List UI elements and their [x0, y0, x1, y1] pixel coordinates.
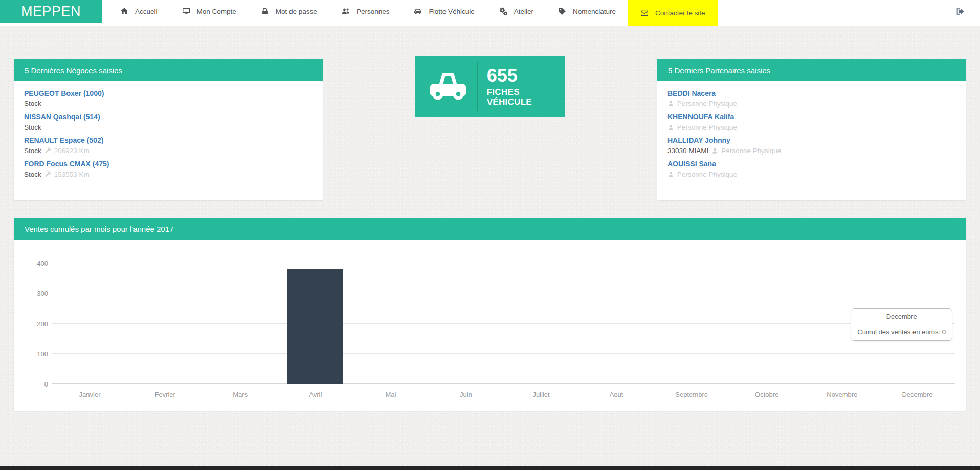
y-axis-tick: 100 — [28, 350, 48, 358]
negoce-link[interactable]: RENAULT Espace (502) — [24, 136, 103, 144]
partenaire-item: AOUISSI Sana Personne Physique — [667, 159, 956, 178]
x-axis-tick: Septembre — [654, 391, 729, 398]
user-icon — [667, 100, 674, 107]
chart-body: 400 300 200 100 0 — [14, 240, 966, 408]
x-axis-tick: Janvier — [52, 391, 127, 398]
negoce-status: Stock — [24, 123, 41, 131]
sign-out-icon[interactable] — [956, 7, 965, 16]
negoce-item: PEUGEOT Boxer (1000) Stock — [24, 89, 313, 108]
x-axis-tick: Mai — [353, 391, 428, 398]
negoce-status: Stock — [24, 170, 41, 178]
negoce-item: RENAULT Espace (502) Stock 206923 Km — [24, 136, 313, 155]
bar-series — [52, 263, 955, 384]
footer-strip — [0, 466, 980, 470]
negoces-panel-title: 5 Dernières Négoces saisies — [14, 59, 323, 81]
nav-item-label: Mot de passe — [276, 8, 317, 15]
chart-plot: 400 300 200 100 0 — [52, 263, 955, 384]
y-axis-tick: 0 — [28, 380, 48, 388]
user-icon — [667, 171, 674, 178]
partenaire-link[interactable]: AOUISSI Sana — [667, 160, 716, 168]
car-icon — [414, 7, 422, 15]
negoce-status: Stock — [24, 100, 41, 108]
partenaire-link[interactable]: BEDDI Nacera — [667, 89, 716, 97]
users-icon — [342, 7, 350, 15]
nav-item-label: Mon Compte — [197, 8, 236, 15]
negoce-item: FORD Focus CMAX (475) Stock 153553 Km — [24, 159, 313, 178]
x-axis-tick: Fevrier — [127, 391, 203, 398]
nav-item-accueil[interactable]: Accueil — [108, 0, 170, 23]
nav-item-label: Nomenclature — [573, 8, 616, 15]
nav-item-label: Flotte Véhicule — [429, 8, 474, 15]
partenaires-panel: 5 Derniers Partenaires saisies BEDDI Nac… — [657, 59, 966, 200]
partenaire-type: Personne Physique — [677, 123, 737, 131]
partenaire-item: KHENNOUFA Kalifa Personne Physique — [667, 112, 956, 131]
wrench-icon — [44, 171, 51, 178]
negoce-status: Stock — [24, 147, 41, 155]
vehicle-count-text: 655 FICHES VÉHICULE — [478, 66, 565, 108]
partenaire-type: Personne Physique — [721, 147, 781, 155]
nav-item-personnes[interactable]: Personnes — [329, 0, 402, 23]
envelope-icon — [640, 9, 649, 17]
vehicle-count-label: FICHES VÉHICULE — [487, 87, 565, 108]
chart-panel-title: Ventes cumulés par mois pour l'année 201… — [14, 218, 966, 240]
gears-icon — [499, 7, 507, 15]
x-axis-labels: Janvier Fevrier Mars Avril Mai Juin Juil… — [52, 391, 955, 398]
nav-item-label: Personnes — [357, 8, 390, 15]
nav-item-atelier[interactable]: Atelier — [487, 0, 546, 23]
negoce-item: NISSAN Qashqai (514) Stock — [24, 112, 313, 131]
x-axis-tick: Decembre — [880, 391, 955, 398]
desktop-icon — [182, 7, 190, 15]
tooltip-title: Decembre — [851, 309, 952, 324]
vehicle-count-card[interactable]: 655 FICHES VÉHICULE — [415, 56, 565, 117]
nav-item-contacter-le-site[interactable]: Contacter le site — [628, 0, 718, 26]
partenaires-panel-title: 5 Derniers Partenaires saisies — [657, 59, 966, 81]
partenaire-type: Personne Physique — [677, 100, 737, 108]
lock-icon — [261, 7, 269, 15]
partenaire-type: Personne Physique — [677, 170, 737, 178]
x-axis-tick: Octobre — [729, 391, 805, 398]
partenaire-location: 33030 MIAMI — [667, 147, 708, 155]
tag-icon — [558, 7, 566, 15]
user-icon — [667, 124, 674, 131]
negoce-km: 153553 Km — [54, 170, 90, 178]
y-axis-tick: 200 — [28, 320, 48, 328]
x-axis-tick: Avril — [278, 391, 353, 398]
y-axis-tick: 400 — [28, 260, 48, 267]
vehicle-count: 655 — [487, 66, 565, 86]
negoces-panel: 5 Dernières Négoces saisies PEUGEOT Boxe… — [14, 59, 323, 200]
car-icon — [426, 70, 470, 103]
nav-item-nomenclature[interactable]: Nomenclature — [546, 0, 628, 23]
negoce-km: 206923 Km — [54, 147, 90, 155]
nav-item-label: Atelier — [514, 8, 533, 15]
navbar-right — [941, 0, 980, 23]
chart-tooltip: Decembre Cumul des ventes en euros: 0 — [851, 308, 952, 341]
sales-chart-panel: Ventes cumulés par mois pour l'année 201… — [14, 218, 966, 411]
negoces-panel-body: PEUGEOT Boxer (1000) Stock NISSAN Qashqa… — [14, 81, 323, 178]
page: MEPPEN Accueil Mon Compte Mot de passe — [0, 0, 980, 470]
x-axis-tick: Aout — [579, 391, 654, 398]
partenaire-link[interactable]: KHENNOUFA Kalifa — [667, 113, 734, 121]
x-axis-tick: Juin — [428, 391, 503, 398]
partenaires-panel-body: BEDDI Nacera Personne Physique KHENNOUFA… — [657, 81, 966, 178]
partenaire-item: HALLIDAY Johnny 33030 MIAMI Personne Phy… — [667, 136, 956, 155]
brand-logo[interactable]: MEPPEN — [0, 0, 102, 23]
nav-item-label: Contacter le site — [655, 9, 705, 17]
nav-item-flotte-vehicule[interactable]: Flotte Véhicule — [402, 0, 486, 23]
y-axis-tick: 300 — [28, 290, 48, 297]
negoce-link[interactable]: FORD Focus CMAX (475) — [24, 160, 109, 168]
partenaire-link[interactable]: HALLIDAY Johnny — [667, 136, 730, 144]
nav-item-label: Accueil — [135, 8, 158, 15]
home-icon — [120, 7, 128, 15]
nav-item-mon-compte[interactable]: Mon Compte — [170, 0, 249, 23]
negoce-link[interactable]: PEUGEOT Boxer (1000) — [24, 89, 104, 97]
negoce-link[interactable]: NISSAN Qashqai (514) — [24, 113, 100, 121]
center-column: 655 FICHES VÉHICULE — [323, 59, 657, 117]
x-axis-tick: Mars — [203, 391, 278, 398]
partenaire-item: BEDDI Nacera Personne Physique — [667, 89, 956, 108]
dashboard-content: 5 Dernières Négoces saisies PEUGEOT Boxe… — [0, 59, 980, 411]
nav-item-mot-de-passe[interactable]: Mot de passe — [249, 0, 329, 23]
chart-bar[interactable] — [287, 269, 343, 384]
main-nav: Accueil Mon Compte Mot de passe Personne… — [108, 0, 718, 26]
tooltip-value: Cumul des ventes en euros: 0 — [851, 324, 952, 340]
x-axis-tick: Novembre — [805, 391, 880, 398]
